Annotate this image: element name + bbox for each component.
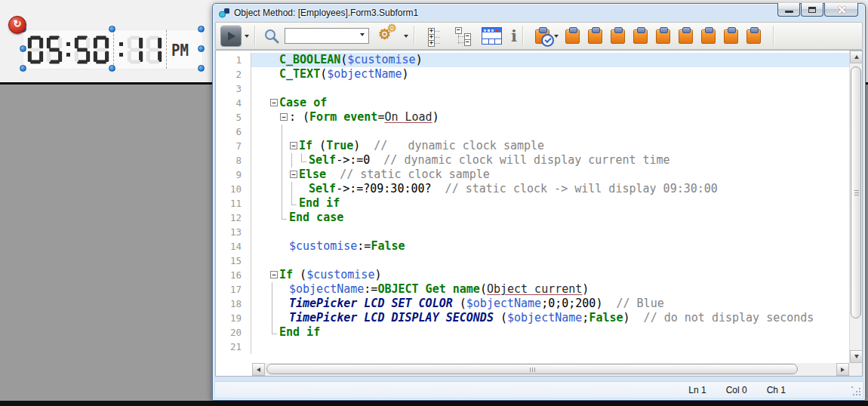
- indent-guide: [269, 168, 279, 182]
- macros-dropdown-arrow-icon[interactable]: [404, 35, 408, 40]
- vertical-scroll-track[interactable]: [850, 63, 862, 350]
- line-number[interactable]: 7: [216, 139, 251, 153]
- minimize-button[interactable]: [777, 3, 800, 17]
- code-line[interactable]: 3: [216, 82, 849, 96]
- code-line[interactable]: 2C_TEXT($objectName): [216, 67, 849, 82]
- line-number[interactable]: 15: [216, 254, 251, 268]
- line-number[interactable]: 20: [216, 325, 251, 340]
- selection-handle[interactable]: [198, 65, 205, 72]
- clipboard-button[interactable]: [656, 27, 672, 45]
- close-button[interactable]: [824, 3, 858, 17]
- clipboard-button[interactable]: [679, 27, 694, 45]
- code-line[interactable]: 19TimePicker LCD DISPLAY SECONDS ($objec…: [216, 311, 849, 325]
- code-line[interactable]: 9−Else // static clock sample: [216, 168, 849, 182]
- code-token: ): [374, 268, 381, 281]
- window-titlebar[interactable]: Object Method: [Employees].Form3.Subform…: [215, 4, 863, 22]
- code-line[interactable]: 8Self->:=0 // dynamic clock will display…: [216, 153, 849, 168]
- info-button info-icon[interactable]: i: [511, 27, 517, 45]
- code-line[interactable]: 7−If (True) // dynamic clock sample: [216, 139, 849, 153]
- fold-toggle-icon[interactable]: −: [269, 268, 279, 282]
- search-dropdown-button[interactable]: [356, 29, 368, 43]
- line-number[interactable]: 13: [216, 225, 251, 239]
- line-number[interactable]: 1: [216, 53, 251, 67]
- run-method-button[interactable]: [220, 26, 242, 47]
- clipboard-button[interactable]: [701, 27, 717, 45]
- code-line[interactable]: 20End if: [216, 325, 849, 340]
- code-token: ->:=?09:30:00?: [336, 182, 431, 195]
- line-number[interactable]: 21: [216, 340, 251, 354]
- code-token: Case of: [279, 96, 327, 109]
- selection-handle[interactable]: [198, 26, 205, 32]
- clipboard-button[interactable]: [565, 27, 581, 45]
- fold-toggle-icon[interactable]: −: [269, 96, 279, 110]
- code-line[interactable]: 10Self->:=?09:30:00? // static clock -> …: [216, 182, 849, 196]
- line-number[interactable]: 2: [216, 67, 251, 82]
- code-line[interactable]: 21: [216, 340, 849, 354]
- indent-guide: [269, 311, 279, 325]
- expand-all-button[interactable]: [427, 26, 447, 46]
- code-line[interactable]: 11End if: [216, 196, 849, 211]
- clipboard-menu-button[interactable]: [535, 27, 551, 45]
- horizontal-scrollbar[interactable]: [216, 363, 849, 376]
- selection-handle[interactable]: [109, 65, 115, 72]
- line-number[interactable]: 6: [216, 125, 251, 139]
- scroll-left-button[interactable]: [252, 363, 265, 376]
- lcd-clock-widget[interactable]: PM: [23, 29, 203, 69]
- clipboard-button[interactable]: [724, 27, 740, 45]
- line-number[interactable]: 16: [216, 268, 251, 282]
- code-token: // dynamic clock will display current ti…: [370, 153, 669, 167]
- line-number[interactable]: 5: [216, 110, 251, 125]
- line-number[interactable]: 8: [216, 153, 251, 168]
- code-line[interactable]: 6: [216, 125, 849, 139]
- method-properties-button form-window-icon[interactable]: [482, 27, 502, 45]
- clipboard-button[interactable]: [588, 27, 604, 45]
- line-number[interactable]: 14: [216, 239, 251, 254]
- code-line[interactable]: 5−: (Form event=On Load): [216, 110, 849, 125]
- method-editor-window: Object Method: [Employees].Form3.Subform…: [212, 3, 866, 401]
- line-number[interactable]: 17: [216, 282, 251, 297]
- line-number[interactable]: 11: [216, 196, 251, 211]
- line-number[interactable]: 12: [216, 211, 251, 225]
- code-line[interactable]: 16−If ($customise): [216, 268, 849, 282]
- code-line[interactable]: 18TimePicker LCD SET COLOR ($objectName;…: [216, 297, 849, 311]
- clipboard-button[interactable]: [611, 27, 626, 45]
- macros-button gears-icon[interactable]: [378, 26, 401, 46]
- selection-handle[interactable]: [198, 45, 205, 52]
- line-number[interactable]: 3: [216, 82, 251, 96]
- code-line[interactable]: 1C_BOOLEAN($customise): [216, 53, 849, 67]
- search-combobox[interactable]: [285, 28, 369, 44]
- code-line[interactable]: 14$customise:=False: [216, 239, 849, 254]
- code-line[interactable]: 12End case: [216, 211, 849, 225]
- line-number[interactable]: 9: [216, 168, 251, 182]
- line-number[interactable]: 10: [216, 182, 251, 196]
- code-line[interactable]: 15: [216, 254, 849, 268]
- maximize-button[interactable]: [801, 3, 823, 17]
- horizontal-scroll-track[interactable]: [265, 363, 836, 376]
- scroll-down-button[interactable]: [850, 350, 863, 363]
- run-dropdown-arrow-icon[interactable]: [245, 35, 249, 40]
- fold-toggle-icon[interactable]: −: [279, 110, 289, 125]
- selection-handle[interactable]: [109, 26, 115, 32]
- selection-handle[interactable]: [20, 45, 26, 52]
- search-input[interactable]: [285, 30, 356, 42]
- line-number[interactable]: 18: [216, 297, 251, 311]
- code-line[interactable]: 17$objectName:=OBJECT Get name(Object cu…: [216, 282, 849, 297]
- line-number[interactable]: 4: [216, 96, 251, 110]
- line-number[interactable]: 19: [216, 311, 251, 325]
- execute-event-badge-icon[interactable]: ↻: [8, 16, 26, 34]
- fold-toggle-icon[interactable]: −: [289, 168, 299, 182]
- scroll-up-button[interactable]: [850, 51, 863, 63]
- vertical-scrollbar[interactable]: [849, 51, 862, 363]
- collapse-all-button[interactable]: [454, 26, 474, 46]
- resize-grip[interactable]: [851, 386, 861, 396]
- vertical-scroll-thumb[interactable]: [851, 66, 861, 318]
- selection-handle[interactable]: [20, 65, 26, 72]
- clipboard-button[interactable]: [746, 27, 762, 45]
- code-line[interactable]: 4−Case of: [216, 96, 849, 110]
- scroll-right-button[interactable]: [836, 363, 849, 376]
- fold-toggle-icon[interactable]: −: [289, 139, 299, 153]
- code-area[interactable]: 1C_BOOLEAN($customise)2C_TEXT($objectNam…: [216, 51, 849, 363]
- code-line[interactable]: 13: [216, 225, 849, 239]
- clipboard-button[interactable]: [633, 27, 649, 45]
- horizontal-scroll-thumb[interactable]: [266, 364, 798, 374]
